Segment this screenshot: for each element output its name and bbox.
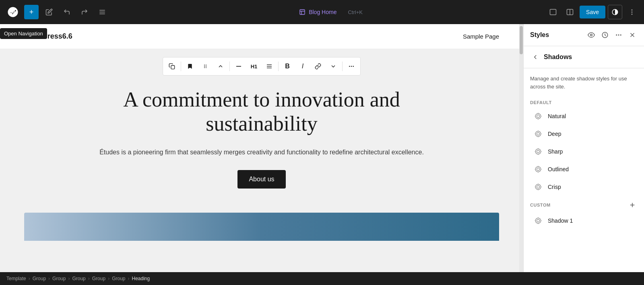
block-align-button[interactable] [231,59,246,74]
shadow-item-outlined[interactable]: Outlined [527,160,641,178]
contrast-button[interactable] [608,5,622,19]
svg-point-32 [618,35,619,36]
svg-point-61 [537,186,540,189]
panel-title: Styles [530,31,549,39]
svg-point-60 [535,184,541,189]
menu-button[interactable] [95,5,109,19]
svg-point-48 [535,149,541,154]
panel-eye-button[interactable] [586,30,597,40]
svg-point-69 [537,219,540,222]
panel-more-button[interactable] [613,30,624,40]
svg-point-33 [620,35,621,36]
about-us-button[interactable]: About us [237,170,285,189]
svg-point-43 [537,133,540,135]
shadow-item-crisp[interactable]: Crisp [527,178,641,196]
svg-point-54 [535,166,541,172]
shadow-icon-outlined [533,164,543,174]
breadcrumb: Template › Group › Group › Group › Group… [0,272,644,285]
svg-rect-15 [171,66,175,69]
site-header: WordPress6.6 Sample Page [0,24,523,49]
page-heading[interactable]: A commitment to innovation and sustainab… [97,88,427,136]
block-reorder-button[interactable] [213,59,228,74]
block-more-button[interactable] [326,59,341,74]
editor-scrollbar[interactable] [519,24,523,272]
shadows-description: Manage and create shadow styles for use … [524,68,644,97]
block-options-button[interactable] [344,59,359,74]
more-options-button[interactable] [625,5,639,19]
toolbar-divider-4 [342,62,343,71]
sample-page-link[interactable]: Sample Page [463,33,499,40]
breadcrumb-group-2[interactable]: Group [52,276,66,281]
shadow-icon-sharp [533,147,543,156]
panel-history-button[interactable] [600,30,610,40]
svg-point-36 [535,113,541,119]
shadows-title: Shadows [544,53,572,61]
breadcrumb-template[interactable]: Template [6,276,26,281]
edit-tool-button[interactable] [42,5,56,19]
custom-section: CUSTOM [524,196,644,212]
svg-point-14 [632,14,632,15]
block-link-button[interactable] [311,59,325,74]
shadow-name-deep: Deep [548,131,561,137]
shadow-item-natural[interactable]: Natural [527,107,641,125]
add-custom-shadow-button[interactable] [627,201,638,209]
svg-point-42 [535,131,541,136]
bottom-gradient-bar [24,213,499,241]
panel-header-icons [586,30,638,40]
svg-point-12 [632,10,632,10]
toolbar-divider-3 [278,62,279,71]
wp-logo-button[interactable]: W [5,4,21,20]
svg-point-49 [537,150,540,153]
style-button[interactable] [563,5,577,19]
shadow-icon-deep [533,129,543,139]
toolbar-right: Save [546,5,639,19]
block-italic-button[interactable]: I [295,59,310,74]
svg-point-26 [349,66,350,67]
svg-point-18 [204,66,205,67]
svg-rect-5 [300,10,305,14]
body-text[interactable]: Études is a pioneering firm that seamles… [97,147,427,158]
breadcrumb-group-1[interactable]: Group [33,276,46,281]
breadcrumb-sep-3: › [68,276,70,281]
svg-rect-8 [550,9,556,15]
blog-home-button[interactable]: Blog Home [293,6,343,18]
toolbar-divider-1 [181,62,181,71]
breadcrumb-sep-6: › [128,276,130,281]
shadow-item-sharp[interactable]: Sharp [527,143,641,160]
svg-point-21 [206,67,206,68]
editor-scroll-thumb[interactable] [520,26,523,54]
shadow-icon-natural [533,111,543,121]
panel-close-button[interactable] [627,30,638,40]
svg-point-55 [537,168,540,171]
breadcrumb-group-3[interactable]: Group [72,276,85,281]
styles-panel: Styles [523,24,644,272]
save-button[interactable]: Save [580,6,605,18]
view-button[interactable] [546,5,560,19]
block-copy-button[interactable] [165,59,179,74]
svg-point-37 [537,115,540,118]
shadow-item-deep[interactable]: Deep [527,125,641,143]
back-button[interactable] [530,52,541,62]
block-heading-button[interactable]: H1 [247,59,261,74]
shadow-item-shadow1[interactable]: Shadow 1 [527,212,641,230]
block-toolbar: H1 B I [163,57,361,76]
breadcrumb-heading[interactable]: Heading [132,276,150,281]
redo-button[interactable] [77,5,92,19]
block-align-text-button[interactable] [262,59,277,74]
shadows-header: Shadows [524,46,644,68]
shadow-name-natural: Natural [548,113,566,119]
breadcrumb-group-4[interactable]: Group [92,276,105,281]
breadcrumb-sep-2: › [48,276,50,281]
open-nav-tooltip: Open Navigation [0,28,47,39]
block-drag-handle[interactable] [198,59,213,74]
svg-point-68 [535,218,541,223]
content-area: A commitment to innovation and sustainab… [80,76,443,205]
block-bold-button[interactable]: B [280,59,295,74]
undo-button[interactable] [60,5,74,19]
shortcut-label: Ctrl+K [348,9,362,15]
block-bookmark-button[interactable] [183,59,197,74]
add-block-button[interactable]: + [24,5,39,19]
panel-scroll-area[interactable]: Manage and create shadow styles for use … [524,68,644,272]
breadcrumb-group-5[interactable]: Group [112,276,125,281]
svg-text:W: W [10,10,15,15]
